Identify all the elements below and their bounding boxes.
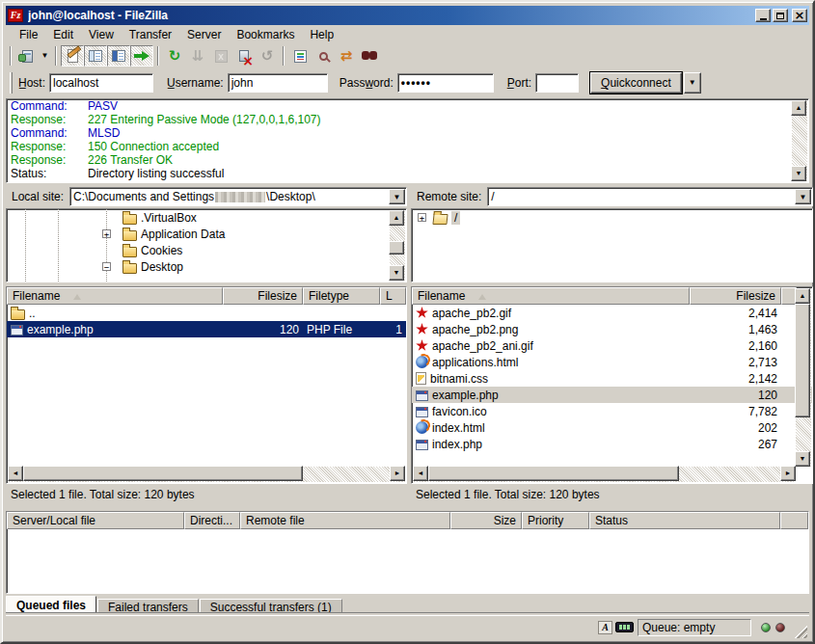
site-manager-dropdown-button[interactable]: ▼ (39, 45, 51, 67)
reconnect-button[interactable]: ↺ (256, 45, 279, 67)
filter-button[interactable] (288, 45, 312, 67)
disconnect-button[interactable] (232, 45, 256, 67)
column-header-priority[interactable]: Priority (522, 512, 589, 529)
toggle-message-log-button[interactable] (61, 45, 84, 67)
scroll-down-button[interactable]: ▼ (791, 166, 806, 181)
process-queue-button[interactable]: ⇊ (186, 45, 209, 67)
scrollbar-thumb[interactable] (428, 466, 679, 481)
file-row[interactable]: favicon.ico 7,782 (412, 403, 812, 419)
refresh-button[interactable]: ↻ (163, 45, 186, 67)
scroll-up-button[interactable]: ▲ (795, 288, 810, 304)
column-header-server-local-file[interactable]: Server/Local file (7, 512, 184, 529)
scrollbar-thumb[interactable] (795, 304, 810, 417)
close-button[interactable]: × (792, 9, 807, 22)
scrollbar-thumb[interactable] (23, 466, 303, 481)
toggle-remote-tree-button[interactable] (107, 45, 130, 67)
column-header-filesize[interactable]: Filesize (690, 287, 781, 305)
remote-list-hscrollbar[interactable]: ◄ ► (413, 467, 796, 482)
password-input[interactable] (397, 73, 494, 93)
file-row[interactable]: apache_pb2.png 1,463 (412, 321, 812, 337)
scroll-left-button[interactable]: ◄ (8, 466, 23, 481)
scroll-down-button[interactable]: ▼ (795, 451, 810, 467)
local-tree-scrollbar[interactable]: ▲ ▼ (390, 210, 405, 281)
tree-item-application-data[interactable]: + Application Data (7, 226, 406, 242)
tab-successful-transfers[interactable]: Successful transfers (1) (200, 599, 342, 616)
tree-item-desktop[interactable]: − Desktop (7, 258, 406, 275)
menu-view[interactable]: View (81, 26, 122, 43)
combobox-dropdown-button[interactable]: ▼ (795, 189, 811, 204)
file-row[interactable]: bitnami.css 2,142 (412, 370, 812, 387)
quickconnect-dropdown-button[interactable]: ▼ (684, 72, 701, 94)
host-input[interactable] (49, 73, 153, 93)
file-row[interactable]: applications.html 2,713 (412, 354, 812, 370)
scroll-up-button[interactable]: ▲ (791, 100, 806, 116)
cancel-operation-button[interactable]: x (209, 45, 232, 67)
file-row-example-php[interactable]: example.php 120 (412, 387, 812, 403)
maximize-button[interactable] (773, 9, 788, 22)
find-files-button[interactable] (358, 45, 381, 67)
tree-item-cookies[interactable]: Cookies (7, 242, 406, 258)
app-icon[interactable]: Fz (8, 9, 23, 22)
directory-comparison-button[interactable] (312, 45, 335, 67)
menu-file[interactable]: File (12, 26, 45, 43)
transfer-queue[interactable]: Server/Local file Directi... Remote file… (6, 511, 809, 594)
username-input[interactable] (228, 73, 328, 93)
synchronized-browsing-button[interactable]: ⇄ (335, 45, 358, 67)
file-row[interactable]: index.html 202 (412, 419, 812, 436)
remote-file-list[interactable]: Filename Filesize apache_pb2.gif 2,414 a… (411, 286, 813, 484)
scroll-down-button[interactable]: ▼ (389, 265, 404, 281)
log-scrollbar[interactable]: ▲ ▼ (792, 100, 807, 181)
scroll-right-button[interactable]: ► (390, 466, 405, 481)
file-row[interactable]: index.php 267 (412, 436, 812, 452)
toggle-local-tree-button[interactable] (84, 45, 107, 67)
column-header-status[interactable]: Status (589, 512, 780, 529)
local-directory-tree[interactable]: .VirtualBox + Application Data Cookies −… (6, 208, 407, 282)
toggle-queue-button[interactable] (130, 45, 153, 67)
scroll-up-button[interactable]: ▲ (389, 210, 404, 226)
column-header-size[interactable]: Size (450, 512, 522, 529)
file-row[interactable]: apache_pb2_ani.gif 2,160 (412, 337, 812, 354)
tab-queued-files[interactable]: Queued files (6, 596, 96, 616)
remote-site-combobox[interactable]: / ▼ (487, 187, 813, 206)
menu-transfer[interactable]: Transfer (122, 26, 179, 43)
column-header-last-modified[interactable]: L (380, 287, 406, 305)
local-file-list[interactable]: Filename Filesize Filetype L .. example.… (6, 286, 407, 484)
scroll-left-button[interactable]: ◄ (413, 466, 428, 481)
tree-item-virtualbox[interactable]: .VirtualBox (7, 209, 406, 226)
local-site-combobox[interactable]: C:\Documents and Settings\Desktop\ ▼ (69, 187, 407, 206)
file-row-example-php[interactable]: example.php 120 PHP File 1 (7, 321, 406, 337)
column-header-filetype[interactable]: Filetype (303, 287, 380, 305)
encryption-indicator-icon[interactable] (615, 622, 634, 632)
menu-server[interactable]: Server (179, 26, 229, 43)
remote-directory-tree[interactable]: + / (411, 208, 813, 282)
column-header-filename[interactable]: Filename (7, 287, 223, 305)
scroll-right-button[interactable]: ► (780, 466, 796, 481)
minimize-button[interactable] (755, 9, 771, 22)
local-list-hscrollbar[interactable]: ◄ ► (8, 467, 405, 482)
message-log[interactable]: Command:PASV Response:227 Entering Passi… (6, 98, 809, 183)
tree-expander[interactable]: + (102, 229, 111, 238)
tree-expander[interactable]: + (418, 213, 426, 222)
column-header-direction[interactable]: Directi... (184, 512, 240, 529)
file-row-parent-dir[interactable]: .. (7, 305, 406, 321)
file-row[interactable]: apache_pb2.gif 2,414 (412, 305, 812, 321)
menu-bookmarks[interactable]: Bookmarks (229, 26, 302, 43)
local-tree-icon (89, 50, 102, 62)
site-manager-button[interactable] (15, 45, 39, 67)
quickconnect-button[interactable]: Q̲uickconnect (590, 72, 682, 94)
scrollbar-thumb[interactable] (389, 241, 404, 255)
column-header-filesize[interactable]: Filesize (223, 287, 303, 305)
menu-help[interactable]: Help (302, 26, 341, 43)
title-bar[interactable]: Fz john@localhost - FileZilla × (6, 6, 809, 25)
resize-grip[interactable] (793, 624, 807, 638)
tab-failed-transfers[interactable]: Failed transfers (97, 599, 199, 616)
tree-expander[interactable]: − (102, 262, 111, 271)
combobox-dropdown-button[interactable]: ▼ (389, 189, 405, 204)
menu-edit[interactable]: Edit (45, 26, 81, 43)
transfer-type-indicator[interactable]: A (598, 621, 612, 634)
column-header-remote-file[interactable]: Remote file (240, 512, 450, 529)
port-input[interactable] (535, 73, 579, 93)
remote-list-vscrollbar[interactable]: ▲ ▼ (796, 288, 811, 467)
column-header-filename[interactable]: Filename (412, 287, 690, 305)
tree-item-root[interactable]: + / (412, 209, 812, 226)
